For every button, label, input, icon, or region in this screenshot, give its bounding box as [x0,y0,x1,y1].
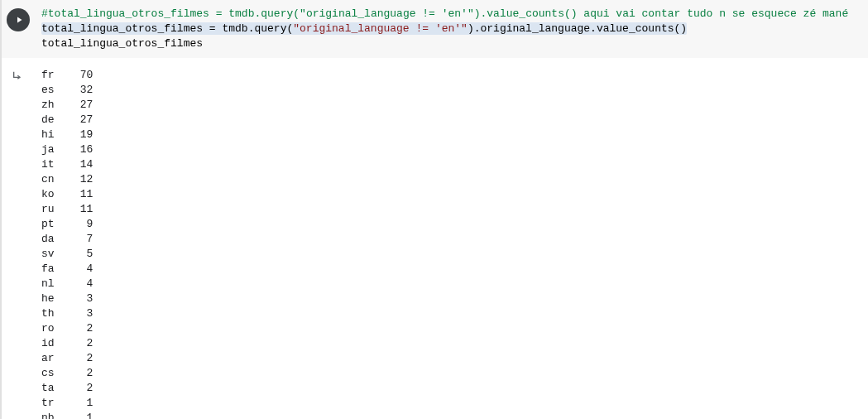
output-row: th 3 [41,306,861,321]
output-row: sv 5 [41,247,861,262]
output-row: nb 1 [41,411,861,419]
code-line2a: total_lingua_otros_filmes = tmdb.query( [41,22,293,35]
code-line3: total_lingua_otros_filmes [41,37,203,50]
output-row: nl 4 [41,277,861,291]
output-arrow-icon [12,70,25,83]
code-line2b: ).original_language.value_counts() [468,22,687,35]
input-gutter [2,5,35,53]
output-row: ko 11 [41,187,861,202]
code-comment-call1: tmdb.query( [228,7,300,20]
code-comment-str: "original_language != 'en'" [300,7,474,20]
output-row: es 32 [41,83,861,98]
output-row: tr 1 [41,396,861,411]
output-row: hi 19 [41,128,861,142]
code-editor[interactable]: #total_lingua_otros_filmes = tmdb.query(… [35,5,868,53]
output-row: ta 2 [41,381,861,396]
output-row: zh 27 [41,98,861,113]
output-row: cs 2 [41,366,861,381]
play-icon [14,15,24,25]
output-row: fr 70 [41,68,861,83]
code-comment-eq: = [209,7,228,20]
output-row: cn 12 [41,172,861,187]
output-row: he 3 [41,291,861,306]
code-comment-var: #total_lingua_otros_filmes [41,7,209,20]
output-row: ro 2 [41,321,861,336]
code-cell: #total_lingua_otros_filmes = tmdb.query(… [0,0,868,58]
output-area: fr 70es 32zh 27de 27hi 19ja 16it 14cn 12… [0,58,868,419]
output-gutter [2,68,35,419]
output-text: fr 70es 32zh 27de 27hi 19ja 16it 14cn 12… [35,68,868,419]
run-button[interactable] [7,8,30,31]
output-row: fa 4 [41,262,861,277]
output-row: ja 16 [41,142,861,157]
output-row: da 7 [41,232,861,247]
code-line2-str: "original_language != 'en'" [293,22,468,35]
code-input-area: #total_lingua_otros_filmes = tmdb.query(… [2,0,868,58]
code-comment-tail: aqui vai contar tudo n se esquece zé man… [578,7,849,20]
output-row: it 14 [41,157,861,172]
code-comment-call2: ).value_counts() [474,7,578,20]
output-row: ar 2 [41,351,861,366]
output-row: pt 9 [41,217,861,232]
output-row: id 2 [41,336,861,351]
output-row: de 27 [41,113,861,128]
output-row: ru 11 [41,202,861,217]
